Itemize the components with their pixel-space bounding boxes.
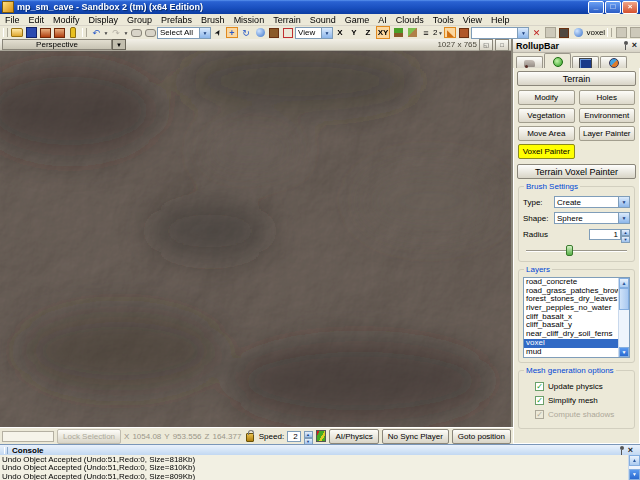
menu-game[interactable]: Game <box>345 15 370 25</box>
menu-tools[interactable]: Tools <box>433 15 454 25</box>
freeze-icon[interactable] <box>544 27 556 38</box>
open-icon[interactable] <box>11 27 23 38</box>
brush-radius-input[interactable]: 1 <box>589 229 621 240</box>
brush-shape-combobox[interactable]: Sphere ▼ <box>554 212 630 224</box>
menu-modify[interactable]: Modify <box>53 15 80 25</box>
layer-item[interactable]: road_grass_patches_brown_sc <box>524 287 619 296</box>
voxel-painter-section-header[interactable]: Terrain Voxel Painter <box>517 164 636 179</box>
layer-list-icon[interactable]: ≡ <box>420 27 432 38</box>
select-area-icon[interactable] <box>282 27 294 38</box>
checkbox-checked-icon[interactable]: ✓ <box>535 396 544 405</box>
spinner-down-icon[interactable]: ▼ <box>621 236 630 243</box>
console-grip[interactable] <box>4 447 8 454</box>
scroll-up-icon[interactable]: ▲ <box>619 278 629 288</box>
menu-edit[interactable]: Edit <box>29 15 45 25</box>
axis-xy-button[interactable]: XY <box>376 26 390 39</box>
lock-key-icon[interactable] <box>67 27 79 38</box>
selection-name-field[interactable] <box>2 431 54 442</box>
axis-x-button[interactable]: X <box>334 27 346 38</box>
chevron-down-icon[interactable]: ▼ <box>618 213 629 223</box>
layer-item[interactable]: forest_stones_dry_leaves <box>524 295 619 304</box>
box-tool-icon[interactable] <box>458 27 470 38</box>
spinner-up-icon[interactable]: ▲ <box>621 229 630 236</box>
voxel-painter-button[interactable]: Voxel Painter <box>518 144 575 159</box>
chevron-down-icon[interactable]: ▼ <box>199 28 210 38</box>
deselect-icon[interactable]: ✕ <box>530 27 542 38</box>
viewport-mode-dropdown-icon[interactable]: ▼ <box>112 39 126 50</box>
maximize-button-icon[interactable]: □ <box>605 1 621 14</box>
pin-icon[interactable] <box>619 446 625 455</box>
console-log[interactable]: Undo Object Accepted (Undo:51,Redo:0, Si… <box>0 455 640 480</box>
menu-display[interactable]: Display <box>89 15 119 25</box>
layer-item[interactable]: road_concrete <box>524 278 619 287</box>
spinner-up-icon[interactable]: ▲ <box>304 431 313 438</box>
scrollbar-thumb[interactable] <box>619 288 629 310</box>
menu-sound[interactable]: Sound <box>310 15 336 25</box>
export-selected-icon[interactable] <box>39 27 51 38</box>
popout-viewport-icon[interactable]: ◱ <box>479 39 493 51</box>
goto-object-icon[interactable] <box>558 27 570 38</box>
environment-button[interactable]: Environment <box>579 108 636 123</box>
layer-item[interactable]: river_pepples_no_water <box>524 304 619 313</box>
lock-icon[interactable] <box>246 433 253 442</box>
terrain-modify-icon[interactable] <box>392 27 404 38</box>
move-area-button[interactable]: Move Area <box>518 126 575 141</box>
voxel-globe-icon[interactable] <box>572 27 584 38</box>
layer-painter-button[interactable]: Layer Painter <box>579 126 636 141</box>
axis-y-button[interactable]: Y <box>348 27 360 38</box>
chevron-down-icon[interactable]: ▼ <box>618 197 629 207</box>
follow-terrain-icon[interactable] <box>268 27 280 38</box>
perspective-viewport[interactable] <box>0 51 511 427</box>
layer-item[interactable]: cliff_basalt_x <box>524 313 619 322</box>
layer-item[interactable]: near_cliff_dry_soil_ferns <box>524 330 619 339</box>
redo-icon[interactable]: ↷ <box>110 27 122 38</box>
undo-icon[interactable]: ↶ <box>90 27 102 38</box>
terrain-map-icon[interactable] <box>316 430 327 442</box>
menu-mission[interactable]: Mission <box>234 15 265 25</box>
pin-icon[interactable] <box>623 41 629 50</box>
menu-file[interactable]: File <box>5 15 20 25</box>
rotate-tool-icon[interactable]: ↻ <box>240 27 252 38</box>
menu-clouds[interactable]: Clouds <box>396 15 424 25</box>
menu-ai[interactable]: AI <box>378 15 387 25</box>
menu-view[interactable]: View <box>463 15 482 25</box>
undo-dropdown-icon[interactable]: ▼ <box>103 30 109 36</box>
layer-item-selected[interactable]: voxel <box>524 339 619 348</box>
minimize-button-icon[interactable]: _ <box>588 1 604 14</box>
toolbar-grip[interactable] <box>82 28 87 37</box>
menu-brush[interactable]: Brush <box>201 15 225 25</box>
save-icon[interactable] <box>25 27 37 38</box>
layer-item[interactable]: cliff_basalt_y <box>524 321 619 330</box>
sim-physics-icon[interactable] <box>629 27 640 38</box>
viewport-mode-selector[interactable]: Perspective <box>2 39 112 50</box>
console-scrollbar[interactable]: ▲ ▼ <box>628 455 640 480</box>
chevron-down-icon[interactable]: ▼ <box>321 28 332 38</box>
select-tool-icon[interactable]: ➤ <box>210 26 226 39</box>
close-button-icon[interactable]: × <box>622 1 638 14</box>
sim-play-icon[interactable] <box>615 27 627 38</box>
brush-type-combobox[interactable]: Create ▼ <box>554 196 630 208</box>
menu-prefabs[interactable]: Prefabs <box>161 15 192 25</box>
menu-group[interactable]: Group <box>127 15 152 25</box>
toolbar-grip[interactable] <box>607 28 612 37</box>
layers-listbox[interactable]: road_concrete road_grass_patches_brown_s… <box>523 277 630 358</box>
select-filter-combobox[interactable]: Select All ▼ <box>157 27 211 39</box>
modify-button[interactable]: Modify <box>518 90 575 105</box>
maximize-viewport-icon[interactable]: □ <box>495 39 509 51</box>
menu-help[interactable]: Help <box>491 15 510 25</box>
tab-terrain[interactable] <box>544 53 571 69</box>
view-combobox[interactable]: View ▼ <box>295 27 333 39</box>
measure-tool-icon[interactable]: ◣ <box>444 27 456 38</box>
simplify-mesh-option[interactable]: ✓ Simplify mesh <box>535 396 630 405</box>
ai-physics-button[interactable]: AI/Physics <box>329 429 378 444</box>
link-icon[interactable] <box>130 27 142 38</box>
scroll-down-icon[interactable]: ▼ <box>619 347 629 357</box>
scale-tool-icon[interactable] <box>254 27 266 38</box>
terrain-section-header[interactable]: Terrain <box>517 71 636 86</box>
move-tool-icon[interactable]: + <box>226 27 238 38</box>
checkbox-checked-icon[interactable]: ✓ <box>535 382 544 391</box>
toolbar-grip[interactable] <box>3 28 8 37</box>
update-physics-option[interactable]: ✓ Update physics <box>535 382 630 391</box>
scroll-down-icon[interactable]: ▼ <box>629 469 640 480</box>
snap-dropdown-icon[interactable]: ▼ <box>437 30 443 36</box>
